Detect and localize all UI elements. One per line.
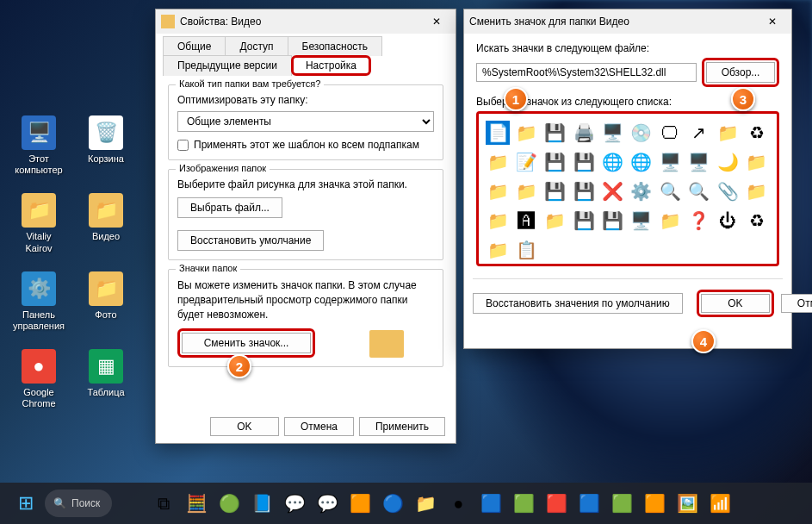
- tab[interactable]: Безопасность: [288, 36, 383, 56]
- icon-option[interactable]: ⚙️: [629, 179, 654, 203]
- desktop-icon[interactable]: 📁Видео: [76, 190, 136, 257]
- icon-option[interactable]: 📁: [514, 121, 538, 145]
- icon-option[interactable]: 📁: [514, 179, 538, 203]
- icon-option[interactable]: 💾: [543, 150, 567, 174]
- search-box[interactable]: 🔍 Поиск: [45, 490, 112, 517]
- icon-option[interactable]: 🌐: [629, 150, 654, 174]
- marker-4: 4: [691, 329, 716, 353]
- titlebar[interactable]: Сменить значок для папки Видео ✕: [464, 9, 791, 34]
- icon-option[interactable]: 📁: [745, 150, 769, 174]
- icon-option[interactable]: 💾: [601, 209, 625, 233]
- icon-option[interactable]: 📄: [486, 121, 510, 145]
- taskbar-item[interactable]: 🟢: [214, 488, 245, 519]
- change-icon-window: Сменить значок для папки Видео ✕ Искать …: [463, 9, 792, 349]
- window-title: Сменить значок для папки Видео: [469, 16, 629, 28]
- taskbar-item[interactable]: ●: [443, 488, 474, 519]
- icon-option[interactable]: ❓: [687, 209, 711, 233]
- icon-option[interactable]: 🅰: [514, 209, 538, 233]
- icon-option[interactable]: 📁: [658, 209, 682, 233]
- desktop-icon[interactable]: 🗑️Корзина: [76, 112, 136, 179]
- icon-option[interactable]: 🖨️: [572, 121, 596, 145]
- icon-option[interactable]: 🌙: [716, 150, 740, 174]
- desktop-icon[interactable]: ●Google Chrome: [9, 346, 69, 413]
- folder-type-group: Какой тип папки вам требуется? Оптимизир…: [168, 84, 443, 160]
- desktop-icon[interactable]: 🖥️Этот компьютер: [9, 112, 69, 179]
- icon-option[interactable]: 🖥️: [658, 150, 682, 174]
- close-button[interactable]: ✕: [759, 13, 786, 30]
- icon-option[interactable]: 💾: [572, 179, 596, 203]
- icon-option[interactable]: 🌐: [601, 150, 625, 174]
- icon-option[interactable]: 📁: [745, 179, 769, 203]
- icon-option[interactable]: 📁: [486, 238, 510, 262]
- apply-template-checkbox[interactable]: Применять этот же шаблон ко всем подпапк…: [177, 139, 434, 151]
- taskbar-item[interactable]: 📘: [246, 488, 277, 519]
- taskbar-item[interactable]: 🟦: [475, 488, 506, 519]
- icon-option[interactable]: ♻: [745, 209, 769, 233]
- taskbar-item[interactable]: 🖼️: [672, 488, 703, 519]
- taskbar-item[interactable]: 💬: [312, 488, 343, 519]
- icon-option[interactable]: 📁: [486, 150, 510, 174]
- icon-option[interactable]: 📁: [716, 121, 740, 145]
- properties-window: Свойства: Видео ✕ ОбщиеДоступБезопасност…: [155, 9, 456, 444]
- taskbar-item[interactable]: 🔵: [377, 488, 408, 519]
- icon-option[interactable]: 🖵: [658, 121, 682, 145]
- taskbar-item[interactable]: 📁: [410, 488, 441, 519]
- change-icon-button[interactable]: Сменить значок...: [182, 333, 311, 353]
- tab[interactable]: Настройка: [291, 55, 371, 76]
- tab[interactable]: Общие: [163, 36, 226, 56]
- apply-button[interactable]: Применить: [359, 417, 445, 436]
- taskbar-item[interactable]: 📶: [704, 488, 735, 519]
- taskbar-item[interactable]: [115, 488, 146, 519]
- desktop-icon[interactable]: ⚙️Панель управления: [9, 268, 69, 335]
- taskbar-item[interactable]: 🟧: [639, 488, 670, 519]
- taskbar-item[interactable]: ⧉: [148, 488, 179, 519]
- optimize-select[interactable]: Общие элементы: [177, 111, 434, 132]
- icon-option[interactable]: 🔍: [658, 179, 682, 203]
- icon-option[interactable]: ❌: [601, 179, 625, 203]
- icon-option[interactable]: ⏻: [716, 209, 740, 233]
- marker-1: 1: [504, 87, 528, 111]
- start-button[interactable]: ⊞: [10, 488, 41, 519]
- icon-option[interactable]: 📁: [543, 209, 567, 233]
- icon-option[interactable]: ♻: [745, 121, 769, 145]
- ok-button[interactable]: OK: [210, 417, 279, 436]
- tab[interactable]: Доступ: [225, 36, 288, 56]
- ok-button[interactable]: OK: [701, 294, 770, 313]
- icon-option[interactable]: 📁: [486, 209, 510, 233]
- icon-option[interactable]: 🖥️: [687, 150, 711, 174]
- desktop-icon[interactable]: 📁Фото: [76, 268, 136, 335]
- taskbar-item[interactable]: 🟧: [344, 488, 375, 519]
- icon-option[interactable]: 💿: [629, 121, 654, 145]
- icon-path-input[interactable]: [476, 63, 697, 82]
- taskbar-item[interactable]: 🟦: [573, 488, 604, 519]
- cancel-button[interactable]: Отмена: [781, 294, 812, 313]
- restore-default-button[interactable]: Восстановить умолчание: [177, 230, 324, 251]
- restore-defaults-button[interactable]: Восстановить значения по умолчанию: [473, 293, 683, 314]
- taskbar-item[interactable]: 🟩: [606, 488, 637, 519]
- icon-option[interactable]: ↗: [687, 121, 711, 145]
- desktop-icon[interactable]: ▦Таблица: [76, 346, 136, 413]
- icon-list[interactable]: 📄📁💾🖨️🖥️💿🖵↗📁♻📁📝💾💾🌐🌐🖥️🖥️🌙📁📁📁💾💾❌⚙️🔍🔍📎📁📁🅰📁💾💾…: [476, 111, 779, 266]
- cancel-button[interactable]: Отмена: [284, 417, 354, 436]
- icon-option[interactable]: 💾: [572, 209, 596, 233]
- icon-option[interactable]: 📝: [514, 150, 538, 174]
- icon-option[interactable]: 🖥️: [629, 209, 654, 233]
- icon-option[interactable]: 🖥️: [601, 121, 625, 145]
- taskbar-item[interactable]: 🟥: [541, 488, 572, 519]
- taskbar-item[interactable]: 🧮: [181, 488, 212, 519]
- icon-option[interactable]: 📁: [486, 179, 510, 203]
- icon-option[interactable]: 🔍: [687, 179, 711, 203]
- icon-option[interactable]: 📎: [716, 179, 740, 203]
- close-button[interactable]: ✕: [423, 13, 450, 30]
- icon-option[interactable]: 💾: [543, 121, 567, 145]
- tab[interactable]: Предыдущие версии: [163, 55, 292, 76]
- browse-button[interactable]: Обзор...: [706, 62, 775, 83]
- icon-option[interactable]: 📋: [514, 238, 538, 262]
- icon-option[interactable]: 💾: [572, 150, 596, 174]
- desktop-icon[interactable]: 📁Vitaliy Kairov: [9, 190, 69, 257]
- icon-option[interactable]: 💾: [543, 179, 567, 203]
- taskbar-item[interactable]: 🟩: [508, 488, 539, 519]
- titlebar[interactable]: Свойства: Видео ✕: [156, 9, 456, 34]
- taskbar-item[interactable]: 💬: [279, 488, 310, 519]
- choose-file-button[interactable]: Выбрать файл...: [177, 197, 282, 218]
